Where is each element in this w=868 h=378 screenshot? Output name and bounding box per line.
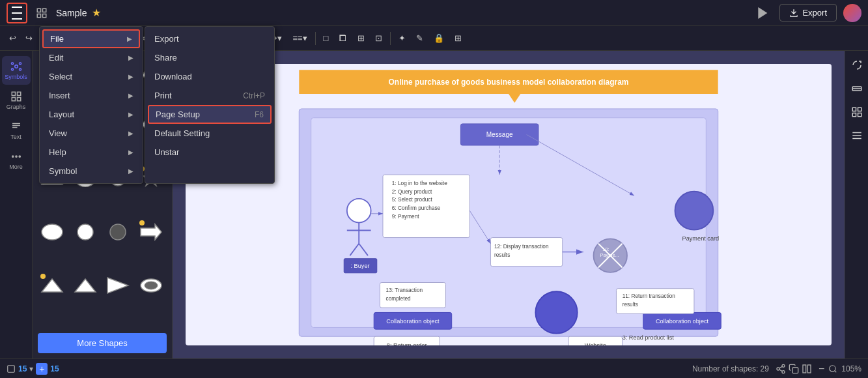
menu-item-help[interactable]: Help ▶ bbox=[40, 143, 143, 162]
submenu-item-download[interactable]: Download bbox=[145, 67, 274, 86]
menu-arrow-help: ▶ bbox=[128, 149, 133, 156]
main-menu: File ▶ Edit ▶ Select ▶ Insert ▶ Layout ▶… bbox=[39, 26, 143, 184]
menu-item-view[interactable]: View ▶ bbox=[40, 124, 143, 143]
menu-item-symbol[interactable]: Symbol ▶ bbox=[40, 162, 143, 181]
menu-arrow-edit: ▶ bbox=[128, 54, 133, 61]
menu-arrow-file: ▶ bbox=[127, 35, 132, 42]
print-shortcut: Ctrl+P bbox=[243, 91, 265, 100]
submenu-item-pagesetup[interactable]: Page Setup F6 bbox=[148, 105, 272, 124]
submenu-item-defaultsetting[interactable]: Default Setting bbox=[145, 124, 274, 143]
menu-overlay[interactable]: File ▶ Edit ▶ Select ▶ Insert ▶ Layout ▶… bbox=[0, 0, 868, 378]
menu-arrow-select: ▶ bbox=[128, 73, 133, 80]
menu-arrow-insert: ▶ bbox=[128, 92, 133, 99]
menu-item-select[interactable]: Select ▶ bbox=[40, 67, 143, 86]
menu-item-file[interactable]: File ▶ bbox=[42, 29, 140, 48]
submenu-item-export[interactable]: Export bbox=[145, 29, 274, 48]
submenu-item-share[interactable]: Share bbox=[145, 48, 274, 67]
file-submenu: Export Share Download Print Ctrl+P Page … bbox=[145, 26, 275, 184]
pagesetup-shortcut: F6 bbox=[255, 110, 264, 119]
menu-arrow-layout: ▶ bbox=[128, 111, 133, 118]
menu-arrow-symbol: ▶ bbox=[128, 167, 133, 175]
submenu-item-unstar[interactable]: Unstar bbox=[145, 143, 274, 162]
menu-arrow-view: ▶ bbox=[128, 130, 133, 137]
menu-container: File ▶ Edit ▶ Select ▶ Insert ▶ Layout ▶… bbox=[39, 26, 275, 184]
submenu-item-print[interactable]: Print Ctrl+P bbox=[145, 86, 274, 105]
menu-item-edit[interactable]: Edit ▶ bbox=[40, 48, 143, 67]
menu-item-layout[interactable]: Layout ▶ bbox=[40, 105, 143, 124]
menu-item-insert[interactable]: Insert ▶ bbox=[40, 86, 143, 105]
